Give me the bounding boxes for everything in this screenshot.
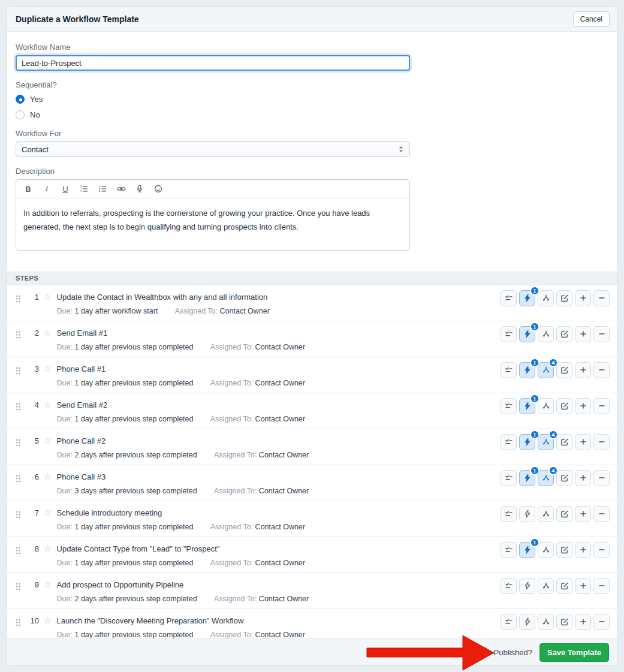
star-icon[interactable]: ☆	[44, 400, 52, 409]
edit-button[interactable]	[556, 434, 572, 450]
lightning-button[interactable]	[519, 614, 535, 630]
remove-step-button[interactable]	[593, 542, 610, 558]
lightning-button[interactable]: 1	[519, 290, 535, 306]
edit-button[interactable]	[556, 506, 572, 522]
edit-button[interactable]	[556, 290, 572, 306]
save-template-button[interactable]: Save Template	[539, 643, 609, 662]
description-text[interactable]: In addition to referrals, prospecting is…	[16, 198, 409, 250]
edit-button[interactable]	[556, 542, 572, 558]
add-step-button[interactable]	[575, 578, 591, 594]
branch-button[interactable]	[538, 542, 554, 558]
checklist-button[interactable]	[501, 362, 517, 378]
drag-handle-icon[interactable]	[16, 438, 21, 449]
star-icon[interactable]: ☆	[44, 329, 52, 337]
branch-button[interactable]: 4	[538, 362, 554, 378]
remove-step-button[interactable]	[593, 290, 610, 306]
remove-step-button[interactable]	[593, 578, 610, 594]
ordered-list-icon[interactable]	[79, 184, 89, 194]
add-step-button[interactable]	[575, 326, 591, 342]
checklist-button[interactable]	[501, 578, 517, 594]
add-step-button[interactable]	[575, 290, 591, 306]
bold-icon[interactable]: B	[23, 184, 33, 194]
checklist-button[interactable]	[501, 290, 517, 306]
branch-button[interactable]	[538, 614, 554, 630]
add-step-button[interactable]	[575, 398, 591, 414]
branch-button[interactable]	[538, 578, 554, 594]
underline-icon[interactable]: U	[61, 184, 70, 194]
cancel-button[interactable]: Cancel	[573, 11, 610, 27]
checklist-button[interactable]	[501, 506, 517, 522]
star-icon[interactable]: ☆	[44, 544, 52, 553]
italic-icon[interactable]: I	[42, 184, 52, 194]
drag-handle-icon[interactable]	[16, 582, 21, 593]
add-step-button[interactable]	[575, 434, 591, 450]
star-icon[interactable]: ☆	[44, 508, 52, 517]
remove-step-button[interactable]	[593, 398, 610, 414]
star-icon[interactable]: ☆	[44, 364, 52, 373]
emoji-icon[interactable]	[153, 184, 163, 194]
unordered-list-icon[interactable]	[98, 184, 107, 194]
branch-button[interactable]	[538, 506, 554, 522]
edit-button[interactable]	[556, 326, 572, 342]
branch-button[interactable]: 4	[538, 470, 554, 486]
add-step-button[interactable]	[575, 542, 591, 558]
drag-handle-icon[interactable]	[16, 546, 21, 557]
microphone-icon[interactable]	[135, 184, 144, 194]
star-icon[interactable]: ☆	[44, 436, 52, 445]
branch-button[interactable]	[538, 290, 554, 306]
step-due-value: 1 day after previous step completed	[74, 559, 193, 567]
drag-handle-icon[interactable]	[16, 366, 21, 377]
star-icon[interactable]: ☆	[44, 580, 52, 589]
link-icon[interactable]	[116, 184, 126, 194]
edit-button[interactable]	[556, 578, 572, 594]
sequential-option-yes[interactable]: Yes	[16, 95, 608, 104]
add-step-button[interactable]	[575, 506, 591, 522]
edit-button[interactable]	[556, 470, 572, 486]
star-icon[interactable]: ☆	[44, 472, 52, 481]
radio-yes[interactable]	[16, 95, 25, 104]
drag-handle-icon[interactable]	[16, 510, 21, 521]
lightning-button[interactable]: 1	[519, 398, 535, 414]
checklist-button[interactable]	[501, 542, 517, 558]
edit-button[interactable]	[556, 398, 572, 414]
radio-no[interactable]	[16, 110, 25, 119]
lightning-button[interactable]: 1	[519, 434, 535, 450]
remove-step-button[interactable]	[593, 614, 610, 630]
sequential-option-no[interactable]: No	[16, 110, 608, 119]
add-step-button[interactable]	[575, 614, 591, 630]
workflow-for-select[interactable]: Contact	[16, 141, 410, 157]
branch-button[interactable]	[538, 326, 554, 342]
star-icon[interactable]: ☆	[44, 293, 52, 301]
edit-button[interactable]	[556, 614, 572, 630]
branch-button[interactable]	[538, 398, 554, 414]
edit-button[interactable]	[556, 362, 572, 378]
checklist-button[interactable]	[501, 434, 517, 450]
lightning-button[interactable]	[519, 506, 535, 522]
star-icon[interactable]: ☆	[44, 616, 52, 625]
remove-step-button[interactable]	[593, 470, 610, 486]
drag-handle-icon[interactable]	[16, 330, 21, 341]
checklist-button[interactable]	[501, 614, 517, 630]
checklist-button[interactable]	[501, 398, 517, 414]
lightning-button[interactable]	[519, 578, 535, 594]
radio-yes-label: Yes	[30, 95, 43, 104]
checklist-button[interactable]	[501, 470, 517, 486]
remove-step-button[interactable]	[593, 434, 610, 450]
remove-step-button[interactable]	[593, 506, 610, 522]
add-step-button[interactable]	[575, 362, 591, 378]
lightning-button[interactable]: 1	[519, 362, 535, 378]
drag-handle-icon[interactable]	[16, 402, 21, 413]
lightning-button[interactable]: 1	[519, 542, 535, 558]
lightning-button[interactable]: 1	[519, 326, 535, 342]
published-checkbox[interactable]: ✓	[477, 647, 487, 658]
checklist-button[interactable]	[501, 326, 517, 342]
lightning-button[interactable]: 1	[519, 470, 535, 486]
drag-handle-icon[interactable]	[16, 618, 21, 629]
branch-button[interactable]: 4	[538, 434, 554, 450]
remove-step-button[interactable]	[593, 362, 610, 378]
workflow-name-input[interactable]	[16, 55, 410, 71]
add-step-button[interactable]	[575, 470, 591, 486]
drag-handle-icon[interactable]	[16, 294, 21, 305]
drag-handle-icon[interactable]	[16, 474, 21, 485]
remove-step-button[interactable]	[593, 326, 610, 342]
